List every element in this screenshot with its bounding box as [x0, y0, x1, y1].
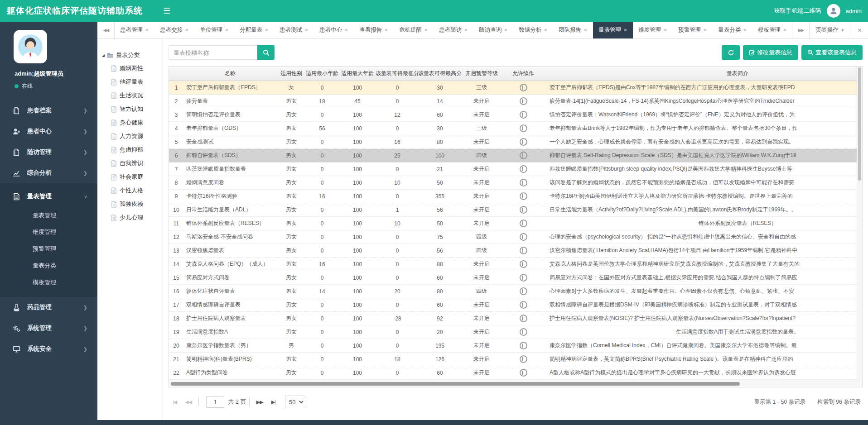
tab-operations-button[interactable]: 页签操作▼	[809, 22, 851, 38]
table-row[interactable]: 11锥体外系副反应量表（RESES）男女01001050未开启锥体外系副反应量表…	[169, 217, 863, 230]
tab-模板管理[interactable]: 模板管理✕	[752, 22, 792, 38]
toggle-off-icon[interactable]	[520, 152, 527, 159]
sidebar-item-系统安全[interactable]: 系统安全❯	[0, 339, 97, 359]
sidebar-subitem-维度管理[interactable]: 维度管理	[0, 224, 97, 240]
table-row[interactable]: 14艾森克人格问卷（EPQ）（成人）男女16100088未开启艾森克人格问卷是英…	[169, 258, 863, 271]
vertical-scrollbar-thumb[interactable]	[858, 67, 861, 181]
toggle-off-icon[interactable]	[520, 260, 527, 268]
table-row[interactable]: 5安全感测试男女01001680未开启一个人缺乏安全感，心理成长就会停滞，而有安…	[169, 135, 863, 149]
first-page-button[interactable]: |◀	[169, 399, 181, 405]
tab-随访查询[interactable]: 随访查询✕	[473, 22, 513, 38]
tab-患者管理[interactable]: 患者管理✕	[115, 22, 154, 38]
close-icon[interactable]: ✕	[344, 28, 348, 33]
toggle-off-icon[interactable]	[520, 220, 527, 227]
toggle-off-icon[interactable]	[520, 84, 527, 91]
toggle-off-icon[interactable]	[520, 328, 527, 336]
toggle-off-icon[interactable]	[520, 206, 527, 214]
table-row[interactable]: 17双相情感障碍自评量表男女0100060未开启双相情感障碍自评量表是根据DSM…	[169, 298, 863, 312]
tree-item-身心健康[interactable]: 身心健康	[97, 116, 163, 129]
table-row[interactable]: 21简明精神病(科)量表(BPRS)男女010018126未开启简明精神病评定量…	[169, 353, 863, 366]
search-button[interactable]	[257, 45, 275, 60]
tab-数据分析[interactable]: 数据分析✕	[513, 22, 553, 38]
close-icon[interactable]: ✕	[145, 28, 149, 33]
username-label[interactable]: admin	[846, 8, 862, 14]
close-icon[interactable]: ✕	[783, 28, 786, 33]
next-page-button[interactable]: ▶▶	[252, 399, 267, 405]
toggle-off-icon[interactable]	[520, 233, 527, 241]
toggle-off-icon[interactable]	[520, 97, 527, 105]
tree-item-人力资源[interactable]: 人力资源	[97, 129, 163, 143]
page-number-input[interactable]	[206, 396, 224, 408]
sidebar-item-随访管理[interactable]: 随访管理❯	[0, 142, 97, 162]
toggle-off-icon[interactable]	[520, 301, 527, 309]
tree-item-社会家庭[interactable]: 社会家庭	[97, 170, 163, 184]
close-icon[interactable]: ✕	[623, 28, 627, 33]
tab-分配量表[interactable]: 分配量表✕	[234, 22, 274, 38]
table-row[interactable]: 1爱丁堡产后抑郁量表（EPDS）女0100030三级爱丁堡产后抑郁表（EPDS)…	[169, 81, 863, 95]
tree-root-node[interactable]: ◢ 量表分类	[97, 49, 163, 62]
close-icon[interactable]: ✕	[424, 28, 428, 33]
edit-scale-button[interactable]: 修改量表信息	[743, 45, 798, 60]
toggle-off-icon[interactable]	[520, 315, 527, 322]
close-icon[interactable]: ✕	[225, 28, 228, 33]
table-row[interactable]: 9卡特尔16PF性格测验男女161000355未开启卡特尔16PF测验由美国伊利…	[169, 190, 863, 203]
sidebar-item-患者档案[interactable]: 患者档案❯	[0, 100, 97, 121]
sidebar-item-患者中心[interactable]: 患者中心❯	[0, 121, 97, 142]
sidebar-subitem-量表管理[interactable]: 量表管理	[0, 207, 97, 224]
profile-avatar[interactable]	[14, 30, 47, 63]
table-row[interactable]: 12马斯洛安全感-不安全感问卷男女0100075四级心理的安全感（psychol…	[169, 230, 863, 244]
tree-item-自我辨识[interactable]: 自我辨识	[97, 157, 163, 170]
tree-expand-icon[interactable]: ◢	[102, 53, 105, 57]
close-icon[interactable]: ✕	[265, 28, 268, 33]
tab-量表分类[interactable]: 量表分类✕	[713, 22, 752, 38]
horizontal-scrollbar[interactable]	[169, 380, 863, 387]
tabs-scroll-left-icon[interactable]: ◀◀	[97, 22, 115, 38]
tree-item-他评量表[interactable]: 他评量表	[97, 75, 163, 89]
toggle-off-icon[interactable]	[520, 355, 527, 363]
close-icon[interactable]: ✕	[544, 28, 547, 33]
tree-item-孤独依赖[interactable]: 孤独依赖	[97, 197, 163, 211]
tabs-scroll-right-icon[interactable]: ▶▶	[792, 22, 809, 38]
tab-患者随访[interactable]: 患者随访✕	[434, 22, 473, 38]
close-icon[interactable]: ✕	[703, 28, 707, 33]
table-row[interactable]: 8婚姻满意度问卷男女01001050未开启该问卷是了解您的婚姻状态的，虽然它不能…	[169, 176, 863, 190]
close-icon[interactable]: ✕	[663, 28, 667, 33]
vertical-scrollbar[interactable]	[857, 67, 862, 381]
tab-查看报告[interactable]: 查看报告✕	[354, 22, 394, 38]
tree-item-生活状况[interactable]: 生活状况	[97, 89, 163, 102]
page-size-select[interactable]: 50	[285, 396, 305, 408]
refresh-button[interactable]	[722, 45, 740, 60]
toggle-off-icon[interactable]	[520, 138, 527, 146]
table-row[interactable]: 4老年抑郁量表（GDS）男女56100030三级老年抑郁量表由Brink等人于1…	[169, 122, 863, 135]
table-row[interactable]: 13汉密顿焦虑量表男女0100056四级汉密尔顿焦虑量表( Hamilton A…	[169, 244, 863, 258]
hamburger-menu-icon[interactable]: ☰	[163, 7, 170, 15]
sidebar-item-药品管理[interactable]: 药品管理❯	[0, 297, 97, 318]
tree-item-智力认知[interactable]: 智力认知	[97, 102, 163, 116]
table-row[interactable]: 15简易应对方式问卷男女0100060未开启简易应对方式问卷：在国外应对方式量表…	[169, 271, 863, 285]
table-row[interactable]: 20康奈尔医学指数量表（男）男01000195未开启康奈尔医学指数（Cornel…	[169, 339, 863, 353]
tab-团队报告[interactable]: 团队报告✕	[553, 22, 593, 38]
tree-item-少儿心理[interactable]: 少儿心理	[97, 211, 163, 224]
last-page-button[interactable]: ▶|	[267, 399, 280, 405]
table-row[interactable]: 22A型行为类型问卷男女0100060未开启A型人格或称A型行为模式的提出是心理…	[169, 366, 863, 380]
toggle-off-icon[interactable]	[520, 274, 527, 282]
toggle-off-icon[interactable]	[520, 179, 527, 186]
sidebar-subitem-量表分类[interactable]: 量表分类	[0, 257, 97, 274]
tab-量表管理[interactable]: 量表管理✕	[593, 22, 633, 38]
toggle-off-icon[interactable]	[520, 111, 527, 119]
tree-item-焦虑抑郁[interactable]: 焦虑抑郁	[97, 143, 163, 157]
tab-单位管理[interactable]: 单位管理✕	[194, 22, 234, 38]
sidebar-subitem-模板管理[interactable]: 模板管理	[0, 274, 97, 291]
sidebar-item-综合分析[interactable]: 综合分析❯	[0, 162, 97, 183]
toggle-off-icon[interactable]	[520, 287, 527, 295]
table-row[interactable]: 19生活满意度指数A男女0100020未开启生活满意度指数A用于测试生活满意度指…	[169, 325, 863, 339]
close-icon[interactable]: ✕	[384, 28, 388, 33]
table-row[interactable]: 18护士用住院病人观察量表男女0100-2892未开启护士用住院病人观察量表(N…	[169, 312, 863, 325]
tab-预警管理[interactable]: 预警管理✕	[673, 22, 713, 38]
table-row[interactable]: 16躯体化症状自评量表男女141002080四级心理因素对于大多数疾病的发生、发…	[169, 285, 863, 298]
horizontal-scrollbar-thumb[interactable]	[171, 382, 740, 386]
close-icon[interactable]: ✕	[504, 28, 507, 33]
user-avatar[interactable]	[827, 4, 840, 18]
sidebar-item-量表管理[interactable]: 量表管理∨	[0, 186, 97, 207]
close-icon[interactable]: ✕	[304, 28, 308, 33]
